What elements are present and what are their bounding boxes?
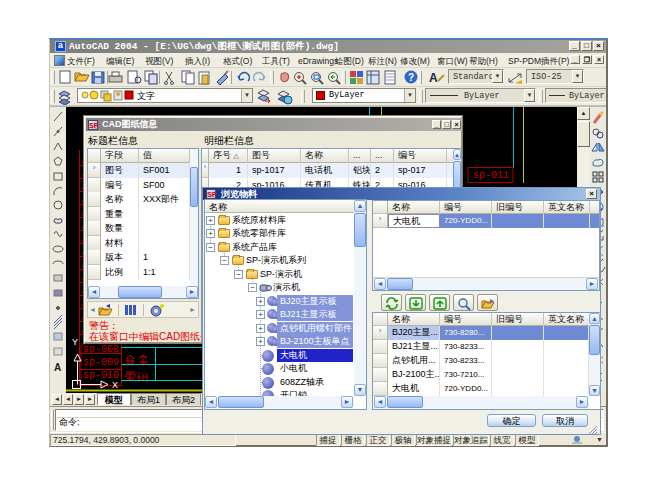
svg-text:sp-011: sp-011 xyxy=(473,170,509,181)
svg-text:X: X xyxy=(112,380,118,390)
svg-text:A: A xyxy=(429,71,438,85)
svg-text:Y: Y xyxy=(72,337,78,347)
svg-text:A: A xyxy=(54,362,61,373)
svg-text:sp-009: sp-009 xyxy=(83,357,119,368)
svg-text:sp-008: sp-008 xyxy=(83,344,119,355)
svg-text:?: ? xyxy=(408,72,414,83)
